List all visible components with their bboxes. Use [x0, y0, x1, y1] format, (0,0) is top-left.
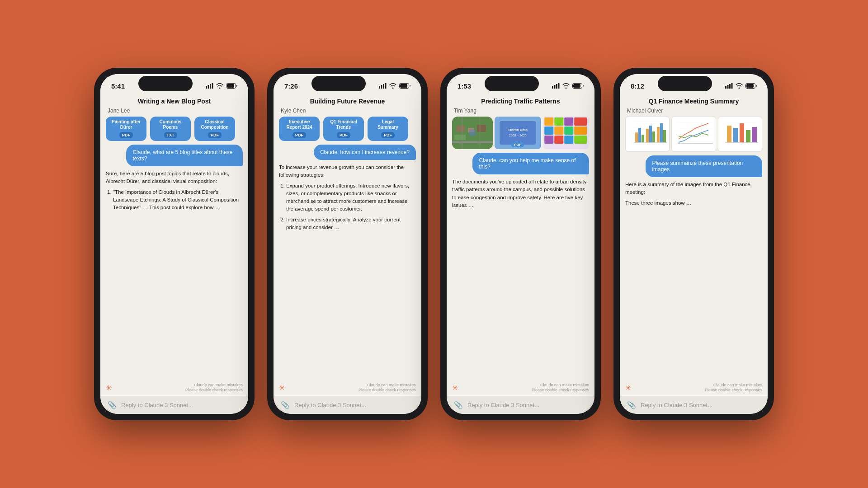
svg-rect-17	[573, 84, 580, 88]
asterisk-icon-1: ✳	[106, 384, 112, 392]
assistant-text-4: These three images show …	[625, 199, 762, 207]
svg-rect-60	[652, 131, 655, 142]
svg-text:Traffic Data: Traffic Data	[508, 128, 528, 132]
svg-rect-77	[733, 128, 738, 142]
bar-chart-box	[625, 117, 670, 152]
svg-rect-47	[731, 83, 733, 89]
reply-bar-4[interactable]: 📎 Reply to Claude 3 Sonnet...	[620, 396, 768, 414]
attachment-icon-4: 📎	[627, 401, 636, 409]
wifi-icon-4	[736, 83, 743, 89]
svg-rect-32	[544, 117, 553, 126]
svg-rect-0	[206, 86, 207, 89]
status-time-4: 8:12	[631, 82, 644, 90]
svg-point-26	[469, 129, 476, 136]
aerial-svg	[452, 117, 493, 149]
reply-bar-3[interactable]: 📎 Reply to Claude 3 Sonnet...	[447, 396, 594, 414]
reply-bar-2[interactable]: 📎 Reply to Claude 3 Sonnet...	[274, 396, 421, 414]
user-message-3: Claude, can you help me make sense of th…	[472, 153, 589, 174]
wifi-icon	[216, 83, 223, 89]
chip-title-1: Cumulous Poems	[155, 119, 186, 130]
chip-title-2-2: Legal Summary	[372, 119, 404, 130]
svg-rect-45	[727, 85, 729, 89]
user-message-2: Claude, how can I increase revenue?	[314, 145, 416, 160]
svg-rect-63	[663, 130, 666, 142]
asterisk-icon-4: ✳	[625, 384, 631, 392]
attachment-chip-1[interactable]: Cumulous Poems TXT	[150, 117, 191, 141]
chat-title-1: Writing a New Blog Post	[100, 94, 248, 107]
svg-rect-80	[752, 127, 757, 142]
battery-icon-2	[399, 83, 410, 89]
chat-title-3: Predicting Traffic Patterns	[447, 94, 594, 107]
disclaimer-1: ✳ Claude can make mistakesPlease double …	[106, 380, 243, 396]
svg-rect-78	[740, 123, 744, 142]
svg-text:2000 – 2020: 2000 – 2020	[509, 134, 527, 137]
svg-rect-37	[554, 127, 563, 135]
dynamic-island-4	[658, 76, 712, 91]
svg-rect-38	[564, 127, 573, 135]
svg-rect-49	[746, 84, 754, 88]
line-chart-box	[671, 117, 716, 152]
attachment-icon-3: 📎	[454, 401, 463, 409]
user-name-2: Kyle Chen	[274, 107, 421, 117]
signal-icon-4	[725, 83, 733, 89]
svg-rect-76	[727, 126, 731, 142]
svg-rect-24	[461, 117, 463, 149]
svg-rect-7	[381, 85, 382, 89]
svg-rect-12	[552, 86, 553, 89]
chat-body-3: Traffic Data 2000 – 2020 PDF	[447, 117, 594, 396]
dynamic-island-1	[138, 76, 193, 91]
reply-placeholder-3: Reply to Claude 3 Sonnet...	[467, 402, 539, 408]
bar-chart-svg	[627, 119, 668, 150]
status-icons-3	[552, 83, 584, 89]
svg-rect-8	[383, 84, 384, 89]
image-attachments-3: Traffic Data 2000 – 2020 PDF	[452, 117, 589, 149]
svg-rect-58	[646, 129, 649, 142]
svg-rect-5	[227, 84, 234, 88]
svg-rect-13	[554, 85, 556, 89]
svg-rect-3	[212, 83, 213, 89]
status-time-3: 1:53	[458, 82, 471, 90]
disclaimer-text-3: Claude can make mistakesPlease double ch…	[532, 383, 589, 393]
phone-4: 8:12 Q1 Finance Meeting Summary Michael …	[613, 68, 774, 420]
reply-placeholder-1: Reply to Claude 3 Sonnet...	[121, 402, 193, 408]
svg-rect-56	[638, 128, 641, 142]
attachment-icon-2: 📎	[281, 401, 290, 409]
disclaimer-3: ✳ Claude can make mistakesPlease double …	[452, 380, 589, 396]
attachment-chip-2-2[interactable]: Legal Summary PDF	[368, 117, 408, 141]
svg-rect-21	[477, 125, 486, 132]
status-bar-1: 5:41	[100, 74, 248, 94]
attachment-chip-2[interactable]: Classical Composition PDF	[194, 117, 235, 141]
assistant-intro-4: Here is a summary of the images from the…	[625, 181, 762, 197]
svg-rect-9	[385, 83, 387, 89]
attachment-icon-1: 📎	[108, 401, 117, 409]
user-message-1: Claude, what are 5 blog titles about the…	[126, 145, 243, 166]
svg-rect-61	[657, 127, 660, 142]
disclaimer-text-2: Claude can make mistakesPlease double ch…	[359, 383, 416, 393]
phones-container: 5:41 Writing a New Blog Post Jane Lee Pa…	[94, 68, 774, 420]
svg-rect-28	[500, 121, 536, 145]
disclaimer-text-1: Claude can make mistakesPlease double ch…	[185, 383, 243, 393]
disclaimer-2: ✳ Claude can make mistakesPlease double …	[279, 380, 416, 396]
dynamic-island-3	[485, 76, 539, 91]
assistant-list-2-1: Increase prices strategically: Analyze y…	[286, 216, 416, 232]
user-name-1: Jane Lee	[100, 107, 248, 117]
attachment-chip-2-0[interactable]: Executive Report 2024 PDF	[279, 117, 320, 141]
status-icons-1	[206, 83, 237, 89]
svg-rect-1	[208, 85, 209, 89]
svg-rect-43	[574, 136, 587, 144]
status-time-1: 5:41	[111, 82, 125, 90]
chat-title-4: Q1 Finance Meeting Summary	[620, 94, 768, 107]
svg-rect-33	[554, 117, 563, 126]
sticky-svg	[543, 117, 590, 149]
disclaimer-text-4: Claude can make mistakesPlease double ch…	[705, 383, 762, 393]
svg-rect-46	[729, 84, 731, 89]
attachment-chip-0[interactable]: Painting after Dürer PDF	[106, 117, 146, 141]
attachment-chip-2-1[interactable]: Q1 Financial Trends PDF	[323, 117, 364, 141]
svg-rect-11	[400, 84, 407, 88]
chip-title-2: Classical Composition	[199, 119, 231, 130]
svg-rect-79	[746, 130, 750, 142]
svg-rect-42	[564, 136, 573, 144]
svg-rect-39	[574, 127, 587, 135]
svg-rect-2	[210, 84, 211, 89]
reply-bar-1[interactable]: 📎 Reply to Claude 3 Sonnet...	[100, 396, 248, 414]
